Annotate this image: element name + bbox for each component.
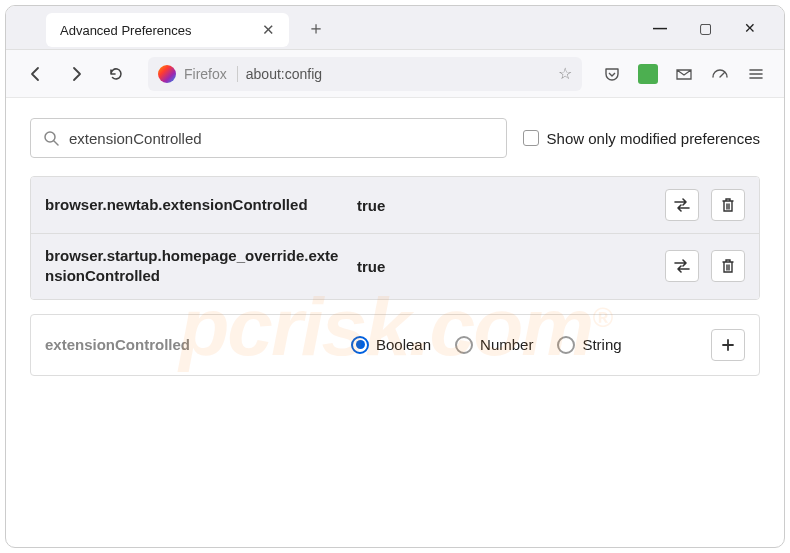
browser-label: Firefox bbox=[184, 66, 238, 82]
radio-label: String bbox=[582, 336, 621, 353]
new-pref-row: extensionControlled Boolean Number Strin… bbox=[30, 314, 760, 376]
radio-icon bbox=[455, 336, 473, 354]
show-modified-checkbox[interactable]: Show only modified preferences bbox=[523, 130, 760, 147]
pref-row: browser.newtab.extensionControlled true bbox=[31, 177, 759, 233]
browser-tab[interactable]: Advanced Preferences ✕ bbox=[46, 13, 289, 47]
pref-name: browser.newtab.extensionControlled bbox=[45, 195, 345, 215]
radio-number[interactable]: Number bbox=[455, 336, 533, 354]
firefox-logo-icon bbox=[158, 65, 176, 83]
toggle-button[interactable] bbox=[665, 250, 699, 282]
search-row: Show only modified preferences bbox=[30, 118, 760, 158]
bookmark-star-icon[interactable]: ☆ bbox=[558, 64, 572, 83]
tab-title: Advanced Preferences bbox=[60, 23, 192, 38]
radio-icon bbox=[351, 336, 369, 354]
close-icon[interactable]: ✕ bbox=[262, 21, 275, 39]
add-button[interactable] bbox=[711, 329, 745, 361]
search-input[interactable] bbox=[69, 130, 494, 147]
prefs-table: browser.newtab.extensionControlled true … bbox=[30, 176, 760, 300]
maximize-icon[interactable]: ▢ bbox=[699, 20, 712, 36]
toolbar: Firefox about:config ☆ bbox=[6, 50, 784, 98]
new-pref-name: extensionControlled bbox=[45, 336, 341, 353]
pref-value: true bbox=[357, 258, 653, 275]
window-controls: — ▢ ✕ bbox=[653, 20, 784, 36]
search-icon bbox=[43, 130, 59, 146]
radio-icon bbox=[557, 336, 575, 354]
extension-icon[interactable] bbox=[634, 60, 662, 88]
radio-string[interactable]: String bbox=[557, 336, 621, 354]
close-window-icon[interactable]: ✕ bbox=[744, 20, 756, 36]
radio-label: Boolean bbox=[376, 336, 431, 353]
delete-button[interactable] bbox=[711, 250, 745, 282]
minimize-icon[interactable]: — bbox=[653, 20, 667, 36]
reload-button[interactable] bbox=[100, 58, 132, 90]
checkbox-label-text: Show only modified preferences bbox=[547, 130, 760, 147]
mail-icon[interactable] bbox=[670, 60, 698, 88]
content-area: Show only modified preferences browser.n… bbox=[6, 98, 784, 396]
pref-row: browser.startup.homepage_override.extens… bbox=[31, 233, 759, 299]
search-box[interactable] bbox=[30, 118, 507, 158]
browser-window: Advanced Preferences ✕ ＋ — ▢ ✕ Firefox a… bbox=[5, 5, 785, 548]
pref-value: true bbox=[357, 197, 653, 214]
pref-name: browser.startup.homepage_override.extens… bbox=[45, 246, 345, 287]
forward-button[interactable] bbox=[60, 58, 92, 90]
delete-button[interactable] bbox=[711, 189, 745, 221]
url-bar[interactable]: Firefox about:config ☆ bbox=[148, 57, 582, 91]
radio-boolean[interactable]: Boolean bbox=[351, 336, 431, 354]
menu-icon[interactable] bbox=[742, 60, 770, 88]
pocket-icon[interactable] bbox=[598, 60, 626, 88]
dashboard-icon[interactable] bbox=[706, 60, 734, 88]
titlebar: Advanced Preferences ✕ ＋ — ▢ ✕ bbox=[6, 6, 784, 50]
url-text: about:config bbox=[246, 66, 550, 82]
checkbox-icon bbox=[523, 130, 539, 146]
radio-label: Number bbox=[480, 336, 533, 353]
type-radio-group: Boolean Number String bbox=[351, 336, 701, 354]
back-button[interactable] bbox=[20, 58, 52, 90]
new-tab-button[interactable]: ＋ bbox=[307, 16, 325, 40]
toggle-button[interactable] bbox=[665, 189, 699, 221]
